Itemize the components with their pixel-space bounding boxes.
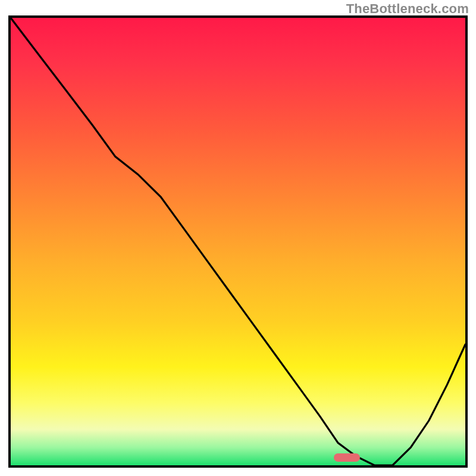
chart-stage: TheBottleneck.com bbox=[0, 0, 476, 476]
optimal-marker bbox=[334, 453, 360, 462]
bottleneck-curve bbox=[11, 18, 465, 465]
plot-frame bbox=[8, 15, 468, 468]
curve-layer bbox=[11, 18, 465, 465]
watermark-text: TheBottleneck.com bbox=[346, 1, 469, 17]
